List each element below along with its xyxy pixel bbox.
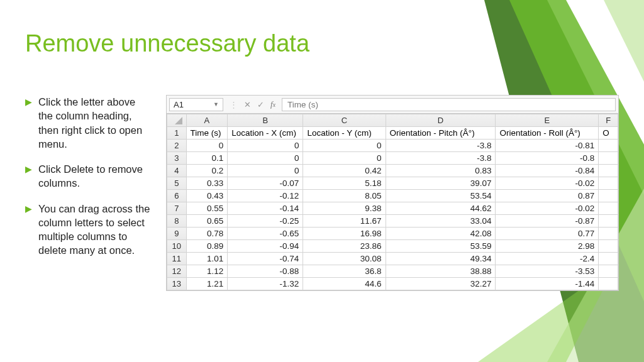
cell[interactable]: 1.21 <box>186 278 228 290</box>
cell[interactable]: 36.8 <box>303 265 386 278</box>
cell[interactable]: -0.81 <box>496 140 599 152</box>
cell[interactable]: 33.04 <box>386 215 496 228</box>
cell[interactable]: 0.43 <box>186 190 228 202</box>
cell[interactable]: 44.6 <box>303 278 386 290</box>
row-header[interactable]: 12 <box>167 265 187 278</box>
cell[interactable]: 23.86 <box>303 240 386 253</box>
cell[interactable] <box>599 253 618 265</box>
cell[interactable] <box>599 140 618 152</box>
name-box[interactable]: A1 ▼ <box>169 98 223 111</box>
cell[interactable]: -0.07 <box>228 177 303 190</box>
select-all-corner[interactable] <box>167 114 187 127</box>
cell[interactable]: -0.65 <box>228 228 303 240</box>
cell[interactable]: Time (s) <box>186 127 228 140</box>
row-header[interactable]: 7 <box>167 202 187 215</box>
cell[interactable]: -0.25 <box>228 215 303 228</box>
cell[interactable]: -1.32 <box>228 278 303 290</box>
cell[interactable]: -0.87 <box>496 215 599 228</box>
row-header[interactable]: 10 <box>167 240 187 253</box>
col-header[interactable]: A <box>186 114 228 127</box>
cell[interactable]: 0.2 <box>186 165 228 177</box>
col-header[interactable]: F <box>599 114 618 127</box>
cell[interactable]: 0.33 <box>186 177 228 190</box>
row-header[interactable]: 3 <box>167 152 187 165</box>
cell[interactable]: 0 <box>228 165 303 177</box>
cell[interactable]: 0 <box>186 140 228 152</box>
row-header[interactable]: 13 <box>167 278 187 290</box>
row-header[interactable]: 8 <box>167 215 187 228</box>
cell[interactable]: 0 <box>303 140 386 152</box>
row-header[interactable]: 2 <box>167 140 187 152</box>
cell[interactable]: 11.67 <box>303 215 386 228</box>
cell[interactable]: 42.08 <box>386 228 496 240</box>
cell[interactable]: -2.4 <box>496 253 599 265</box>
cell[interactable]: -0.12 <box>228 190 303 202</box>
cell[interactable]: 38.88 <box>386 265 496 278</box>
cell[interactable]: 0.89 <box>186 240 228 253</box>
cell[interactable] <box>599 177 618 190</box>
cell[interactable]: 32.27 <box>386 278 496 290</box>
col-header[interactable]: C <box>303 114 386 127</box>
row-header[interactable]: 5 <box>167 177 187 190</box>
cell[interactable]: 0.77 <box>496 228 599 240</box>
cell[interactable]: 0.42 <box>303 165 386 177</box>
cell[interactable] <box>599 202 618 215</box>
row-header[interactable]: 1 <box>167 127 187 140</box>
row-header[interactable]: 6 <box>167 190 187 202</box>
enter-icon[interactable]: ✓ <box>257 100 264 109</box>
cancel-icon[interactable]: ✕ <box>244 100 251 109</box>
col-header[interactable]: E <box>496 114 599 127</box>
cell[interactable]: 0.65 <box>186 215 228 228</box>
cell[interactable]: 2.98 <box>496 240 599 253</box>
cell[interactable]: -0.88 <box>228 265 303 278</box>
cell[interactable]: 9.38 <box>303 202 386 215</box>
cell[interactable]: -3.8 <box>386 152 496 165</box>
cell[interactable]: 39.07 <box>386 177 496 190</box>
cell[interactable]: 0 <box>303 152 386 165</box>
cell[interactable] <box>599 265 618 278</box>
cell[interactable] <box>599 165 618 177</box>
cell[interactable]: O <box>599 127 618 140</box>
cell[interactable]: 49.34 <box>386 253 496 265</box>
cell[interactable]: 5.18 <box>303 177 386 190</box>
cell[interactable] <box>599 228 618 240</box>
cell[interactable]: 0.1 <box>186 152 228 165</box>
cell[interactable]: 1.12 <box>186 265 228 278</box>
cell[interactable]: 30.08 <box>303 253 386 265</box>
cell[interactable]: -0.84 <box>496 165 599 177</box>
row-header[interactable]: 9 <box>167 228 187 240</box>
cell[interactable]: 0.55 <box>186 202 228 215</box>
cell[interactable]: -0.8 <box>496 152 599 165</box>
cell[interactable]: 16.98 <box>303 228 386 240</box>
cell[interactable] <box>599 190 618 202</box>
cell[interactable]: Orientation - Pitch (Â°) <box>386 127 496 140</box>
cell[interactable]: 0.83 <box>386 165 496 177</box>
cell[interactable]: Location - X (cm) <box>228 127 303 140</box>
col-header[interactable]: D <box>386 114 496 127</box>
fx-icon[interactable]: fx <box>270 99 275 109</box>
cell[interactable]: 0 <box>228 140 303 152</box>
cell[interactable]: 8.05 <box>303 190 386 202</box>
cell[interactable] <box>599 278 618 290</box>
row-header[interactable]: 4 <box>167 165 187 177</box>
col-header[interactable]: B <box>228 114 303 127</box>
cell[interactable] <box>599 240 618 253</box>
cell[interactable]: -0.14 <box>228 202 303 215</box>
row-header[interactable]: 11 <box>167 253 187 265</box>
cell[interactable]: -0.94 <box>228 240 303 253</box>
cell[interactable]: -0.02 <box>496 202 599 215</box>
cell[interactable] <box>599 152 618 165</box>
cell[interactable]: -1.44 <box>496 278 599 290</box>
cell[interactable]: 0.87 <box>496 190 599 202</box>
cell[interactable]: -0.74 <box>228 253 303 265</box>
cell[interactable]: 53.54 <box>386 190 496 202</box>
cell[interactable] <box>599 215 618 228</box>
cell[interactable]: -3.8 <box>386 140 496 152</box>
cell[interactable]: -3.53 <box>496 265 599 278</box>
cell[interactable]: -0.02 <box>496 177 599 190</box>
cell[interactable]: 1.01 <box>186 253 228 265</box>
formula-input[interactable]: Time (s) <box>282 98 616 111</box>
cell[interactable]: 0 <box>228 152 303 165</box>
cell[interactable]: Location - Y (cm) <box>303 127 386 140</box>
cell[interactable]: 0.78 <box>186 228 228 240</box>
